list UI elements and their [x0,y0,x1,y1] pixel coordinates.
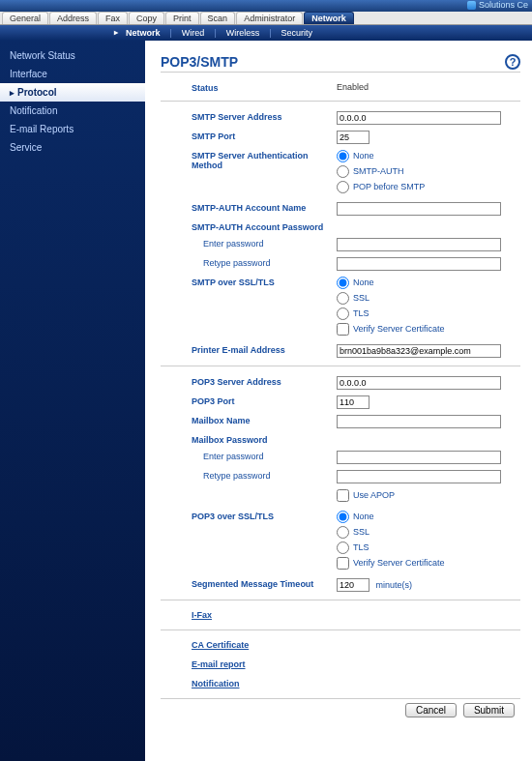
sidebar-email-reports[interactable]: E-mail Reports [0,120,145,138]
mailbox-name-label: Mailbox Name [192,415,337,425]
tab-fax[interactable]: Fax [98,12,128,24]
smtp-retype-pw-input[interactable] [337,257,501,271]
smtp-port-label: SMTP Port [192,131,337,141]
smtp-auth-label: SMTP Server Authentication Method [192,150,337,170]
sub-nav: Network | Wired | Wireless | Security [0,25,532,41]
smtp-ssl-ssl[interactable]: SSL [337,292,520,305]
tab-scan[interactable]: Scan [200,12,236,24]
tab-print[interactable]: Print [165,12,199,24]
pop3-enter-pw-input[interactable] [337,451,501,464]
solutions-icon [467,1,476,10]
sidebar-interface[interactable]: Interface [0,65,145,83]
submit-button[interactable]: Submit [463,703,515,717]
tab-network[interactable]: Network [304,12,354,24]
smtp-acct-name-input[interactable] [337,202,501,216]
timeout-unit: minute(s) [376,580,413,590]
tab-administrator[interactable]: Administrator [236,12,303,24]
smtp-ssl-none[interactable]: None [337,277,520,289]
mailbox-name-input[interactable] [337,415,501,428]
pop3-ssl-ssl[interactable]: SSL [337,526,520,539]
smtp-acct-name-label: SMTP-AUTH Account Name [192,202,337,213]
sidebar-service[interactable]: Service [0,138,145,157]
link-notification[interactable]: Notification [192,679,520,688]
timeout-label: Segmented Message Timeout [192,578,337,589]
sidebar-notification[interactable]: Notification [0,102,145,120]
pop3-retype-pw-input[interactable] [337,470,501,483]
page-title: POP3/SMTP [161,54,238,70]
subnav-wireless[interactable]: Wireless [217,28,270,38]
smtp-server-input[interactable] [337,111,501,125]
pop3-enter-pw-label: Enter password [192,451,337,461]
pop3-port-input[interactable] [337,395,369,409]
pop3-server-label: POP3 Server Address [192,376,337,387]
link-ca-cert[interactable]: CA Certificate [192,640,520,650]
tab-general[interactable]: General [2,12,48,24]
cancel-button[interactable]: Cancel [405,703,457,717]
pop3-ssl-none[interactable]: None [337,511,520,523]
status-value: Enabled [337,82,520,92]
pop3-retype-pw-label: Retype password [192,470,337,481]
pop3-server-input[interactable] [337,376,501,390]
solutions-link[interactable]: Solutions Ce [467,0,528,10]
main-tabs: General Address Fax Copy Print Scan Admi… [0,12,532,25]
sidebar-network-status[interactable]: Network Status [0,46,145,65]
link-ifax[interactable]: I-Fax [192,610,520,620]
smtp-acct-pw-label: SMTP-AUTH Account Password [192,221,337,232]
timeout-input[interactable] [337,578,369,592]
printer-email-input[interactable] [337,344,501,358]
smtp-verify-cert[interactable]: Verify Server Certificate [337,323,520,336]
smtp-enter-pw-label: Enter password [192,238,337,249]
status-label: Status [192,82,337,93]
subnav-security[interactable]: Security [272,28,323,38]
smtp-ssl-label: SMTP over SSL/TLS [192,277,337,287]
tab-copy[interactable]: Copy [129,12,164,24]
solutions-label: Solutions Ce [479,0,528,10]
subnav-network[interactable]: Network [116,28,170,38]
subnav-wired[interactable]: Wired [172,28,215,38]
help-icon[interactable]: ? [505,54,520,70]
smtp-port-input[interactable] [337,131,369,144]
smtp-auth-pop[interactable]: POP before SMTP [337,181,520,193]
sidebar-protocol[interactable]: Protocol [0,83,145,102]
smtp-auth-smtpauth[interactable]: SMTP-AUTH [337,165,520,178]
sidebar: Network Status Interface Protocol Notifi… [0,41,145,761]
mailbox-pw-label: Mailbox Password [192,434,337,445]
link-email-report[interactable]: E-mail report [192,659,520,669]
printer-email-label: Printer E-mail Address [192,344,337,355]
smtp-ssl-tls[interactable]: TLS [337,307,520,320]
smtp-auth-none[interactable]: None [337,150,520,162]
tab-address[interactable]: Address [49,12,97,24]
smtp-server-label: SMTP Server Address [192,111,337,122]
pop3-verify-cert[interactable]: Verify Server Certificate [337,557,520,570]
content: POP3/SMTP ? Status Enabled SMTP Server A… [145,41,532,761]
use-apop[interactable]: Use APOP [337,489,520,502]
smtp-retype-pw-label: Retype password [192,257,337,268]
pop3-port-label: POP3 Port [192,395,337,406]
pop3-ssl-label: POP3 over SSL/TLS [192,511,337,521]
smtp-enter-pw-input[interactable] [337,238,501,251]
pop3-ssl-tls[interactable]: TLS [337,541,520,554]
